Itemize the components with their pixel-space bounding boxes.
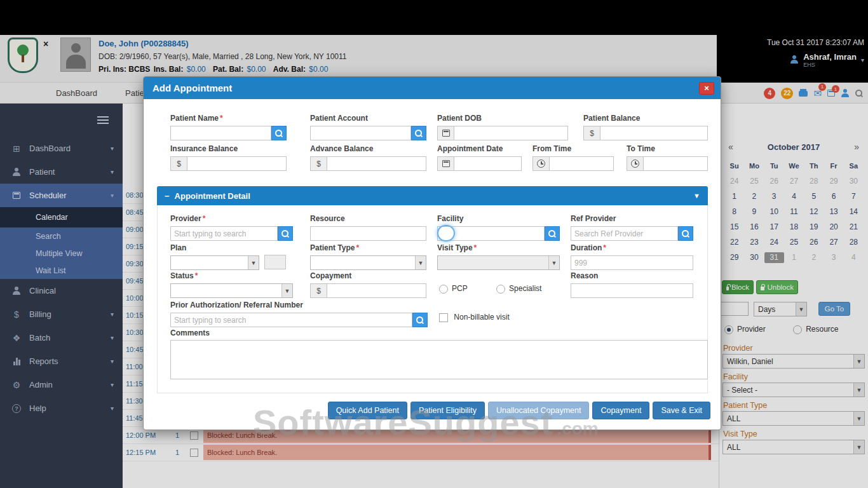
patient-balance-input[interactable]	[600, 126, 708, 140]
status-select[interactable]: ▼	[170, 283, 293, 298]
dollar-addon: $	[583, 126, 600, 140]
patient-name-search-button[interactable]	[271, 126, 287, 140]
ref-provider-label: Ref Provider	[571, 214, 693, 224]
patient-type-select[interactable]: ▼	[310, 255, 426, 270]
plan-code-box[interactable]	[264, 255, 286, 269]
insurance-balance-input[interactable]	[187, 156, 287, 171]
close-icon[interactable]: ×	[699, 82, 714, 95]
dollar-addon: $	[310, 156, 327, 171]
search-icon	[415, 130, 423, 137]
patient-account-label: Patient Account	[310, 114, 426, 123]
plan-select[interactable]: ▼	[170, 255, 259, 270]
chevron-down-icon: ▼	[281, 284, 292, 297]
search-icon	[416, 316, 424, 324]
resource-label: Resource	[310, 214, 426, 224]
facility-search-button[interactable]	[545, 226, 560, 241]
search-icon	[281, 230, 289, 238]
advance-balance-field: Advance Balance $	[310, 144, 426, 171]
patient-account-search-button[interactable]	[411, 126, 426, 140]
from-time-label: From Time	[532, 144, 614, 154]
prior-auth-input[interactable]	[170, 313, 412, 327]
non-billable-checkbox[interactable]	[439, 313, 448, 322]
duration-input[interactable]	[571, 255, 693, 270]
quick-add-patient-button[interactable]: Quick Add Patient	[328, 402, 407, 419]
clock-icon	[627, 156, 643, 171]
chevron-down-icon: ▼	[248, 256, 259, 269]
provider-input[interactable]	[170, 226, 278, 241]
reason-label: Reason	[571, 271, 693, 281]
visit-type-label: Visit Type	[437, 243, 560, 253]
copayment-label: Copayment	[310, 271, 426, 281]
modal-footer: Quick Add Patient Patient Eligibility Un…	[328, 402, 710, 419]
dollar-addon: $	[170, 156, 187, 171]
resource-input[interactable]	[310, 226, 426, 241]
chevron-down-icon: ▼	[548, 256, 559, 269]
pcp-radio[interactable]	[439, 285, 448, 294]
modal-title: Add Appointment	[153, 83, 232, 93]
prior-auth-search-button[interactable]	[412, 313, 428, 327]
reason-input[interactable]	[571, 283, 693, 298]
pcp-radio-label: PCP	[452, 284, 468, 293]
calendar-icon	[437, 126, 454, 140]
patient-account-input[interactable]	[310, 126, 411, 140]
unallocated-copayment-button[interactable]: Unallocated Copayment	[488, 402, 589, 419]
facility-field: Facility	[437, 214, 560, 241]
visit-type-select[interactable]: ▼	[437, 255, 560, 270]
patient-name-label: Patient Name	[170, 114, 287, 123]
plan-label: Plan	[170, 243, 259, 253]
non-billable-label: Non-billable visit	[454, 313, 509, 322]
section-title: Appointment Detail	[175, 191, 250, 201]
dollar-addon: $	[310, 283, 327, 298]
copayment-input[interactable]	[327, 283, 426, 298]
patient-balance-field: Patient Balance $	[583, 114, 708, 140]
specialist-radio[interactable]	[496, 285, 505, 294]
ref-provider-search-button[interactable]	[678, 226, 693, 241]
advance-balance-input[interactable]	[327, 156, 426, 171]
patient-account-field: Patient Account	[310, 114, 426, 140]
patient-dob-input[interactable]	[454, 126, 568, 140]
copayment-field: Copayment $	[310, 271, 426, 298]
from-time-input[interactable]	[549, 156, 614, 171]
provider-field: Provider	[170, 214, 293, 241]
advance-balance-label: Advance Balance	[310, 144, 426, 154]
appointment-date-input[interactable]	[454, 156, 522, 171]
add-appointment-modal: Add Appointment × Patient Name Patient A…	[143, 76, 721, 430]
to-time-label: To Time	[627, 144, 708, 154]
comments-textarea[interactable]	[170, 340, 708, 379]
comments-label: Comments	[170, 329, 210, 338]
provider-label: Provider	[170, 214, 293, 224]
visit-type-field: Visit Type ▼	[437, 243, 560, 270]
appointment-date-field: Appointment Date	[437, 144, 522, 171]
prior-auth-label: Prior Authorization/ Referral Number	[170, 301, 428, 310]
insurance-balance-label: Insurance Balance	[170, 144, 287, 154]
search-icon	[548, 230, 556, 238]
status-label: Status	[170, 271, 293, 281]
plan-field: Plan ▼	[170, 243, 259, 270]
appointment-date-label: Appointment Date	[437, 144, 522, 154]
modal-header: Add Appointment ×	[144, 77, 721, 99]
duration-label: Duration	[571, 243, 693, 253]
resource-field: Resource	[310, 214, 426, 241]
prior-auth-field: Prior Authorization/ Referral Number	[170, 301, 428, 327]
ref-provider-input[interactable]	[571, 226, 678, 241]
facility-input[interactable]	[437, 226, 545, 241]
status-field: Status ▼	[170, 271, 293, 298]
save-exit-button[interactable]: Save & Exit	[653, 402, 710, 419]
patient-eligibility-button[interactable]: Patient Eligibility	[410, 402, 485, 419]
appointment-detail-section-header[interactable]: − Appointment Detail ▼	[157, 186, 708, 205]
facility-label: Facility	[437, 214, 560, 224]
patient-balance-label: Patient Balance	[583, 114, 708, 123]
pcp-radio-group: PCP Specialist	[439, 284, 541, 294]
app-screen: × Doe, John (P00288845) DOB: 2/9/1960, 5…	[0, 0, 868, 488]
chevron-down-icon: ▼	[693, 192, 700, 200]
provider-search-button[interactable]	[278, 226, 293, 241]
to-time-input[interactable]	[643, 156, 708, 171]
patient-name-input[interactable]	[170, 126, 271, 140]
chevron-down-icon: ▼	[415, 256, 426, 269]
specialist-radio-label: Specialist	[509, 284, 541, 293]
to-time-field: To Time	[627, 144, 708, 171]
patient-type-label: Patient Type	[310, 243, 426, 253]
search-icon	[682, 230, 689, 238]
ref-provider-field: Ref Provider	[571, 214, 693, 241]
copayment-button[interactable]: Copayment	[592, 402, 649, 419]
